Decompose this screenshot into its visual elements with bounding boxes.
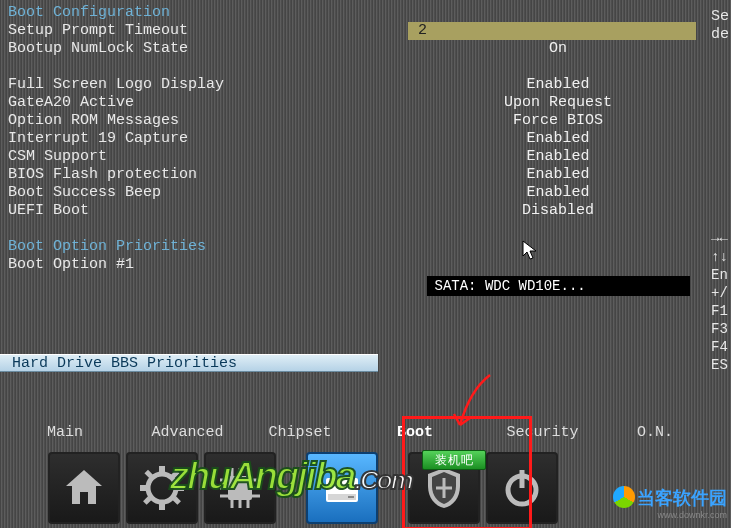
chipset-icon[interactable] [204, 452, 276, 524]
svg-rect-2 [159, 502, 165, 510]
tab-on[interactable]: O.N. [610, 424, 700, 448]
option-rom-messages-value[interactable]: Force BIOS [408, 112, 708, 130]
bios-flash-protection-label[interactable]: BIOS Flash protection [8, 166, 368, 184]
full-screen-logo-label[interactable]: Full Screen Logo Display [8, 76, 368, 94]
tab-chipset[interactable]: Chipset [245, 424, 355, 448]
uefi-boot-value[interactable]: Disabled [408, 202, 708, 220]
option-rom-messages-label[interactable]: Option ROM Messages [8, 112, 368, 130]
bootup-numlock-state-value[interactable]: On [408, 40, 708, 58]
tab-icon-bar [48, 452, 558, 524]
svg-rect-4 [176, 485, 184, 491]
interrupt-19-capture-label[interactable]: Interrupt 19 Capture [8, 130, 368, 148]
csm-support-label[interactable]: CSM Support [8, 148, 368, 166]
tab-main[interactable]: Main [0, 424, 130, 448]
interrupt-19-capture-value[interactable]: Enabled [408, 130, 708, 148]
svg-rect-3 [140, 485, 148, 491]
settings-values-column: 2 On Enabled Upon Request Force BIOS Ena… [408, 4, 708, 296]
setup-prompt-timeout-value[interactable]: 2 [408, 22, 696, 40]
gatea20-active-value[interactable]: Upon Request [408, 94, 708, 112]
boot-success-beep-value[interactable]: Enabled [408, 184, 708, 202]
hard-drive-bbs-priorities-item[interactable]: Hard Drive BBS Priorities [0, 354, 378, 372]
tab-advanced[interactable]: Advanced [130, 424, 245, 448]
tab-boot[interactable]: Boot [355, 424, 475, 448]
gatea20-active-label[interactable]: GateA20 Active [8, 94, 368, 112]
bootup-numlock-state-label[interactable]: Bootup NumLock State [8, 40, 368, 58]
full-screen-logo-value[interactable]: Enabled [408, 76, 708, 94]
uefi-boot-label[interactable]: UEFI Boot [8, 202, 368, 220]
security-icon[interactable] [408, 452, 480, 524]
boot-option-priorities-heading: Boot Option Priorities [8, 238, 368, 256]
setup-prompt-timeout-label[interactable]: Setup Prompt Timeout [8, 22, 368, 40]
boot-configuration-heading: Boot Configuration [8, 4, 368, 22]
key-hints-partial: →← ↑↓ En +/ F1 F3 F4 ES [711, 230, 731, 374]
tab-bar: Main Advanced Chipset Boot Security O.N. [0, 424, 731, 448]
bios-flash-protection-value[interactable]: Enabled [408, 166, 708, 184]
boot-success-beep-label[interactable]: Boot Success Beep [8, 184, 368, 202]
help-panel-partial: Se de [711, 8, 731, 44]
advanced-icon[interactable] [126, 452, 198, 524]
watermark-downkr: 当客软件园 www.downkr.com [613, 486, 727, 520]
svg-rect-24 [348, 496, 354, 498]
svg-rect-1 [159, 466, 165, 474]
svg-point-0 [148, 474, 176, 502]
boot-option-1-value[interactable]: SATA: WDC WD10E... [427, 276, 690, 296]
on-icon[interactable] [486, 452, 558, 524]
boot-option-1-label[interactable]: Boot Option #1 [8, 256, 368, 274]
boot-icon[interactable] [306, 452, 378, 524]
tab-security[interactable]: Security [475, 424, 610, 448]
csm-support-value[interactable]: Enabled [408, 148, 708, 166]
main-icon[interactable] [48, 452, 120, 524]
settings-labels-column: Boot Configuration Setup Prompt Timeout … [8, 4, 368, 274]
svg-rect-9 [228, 476, 252, 500]
